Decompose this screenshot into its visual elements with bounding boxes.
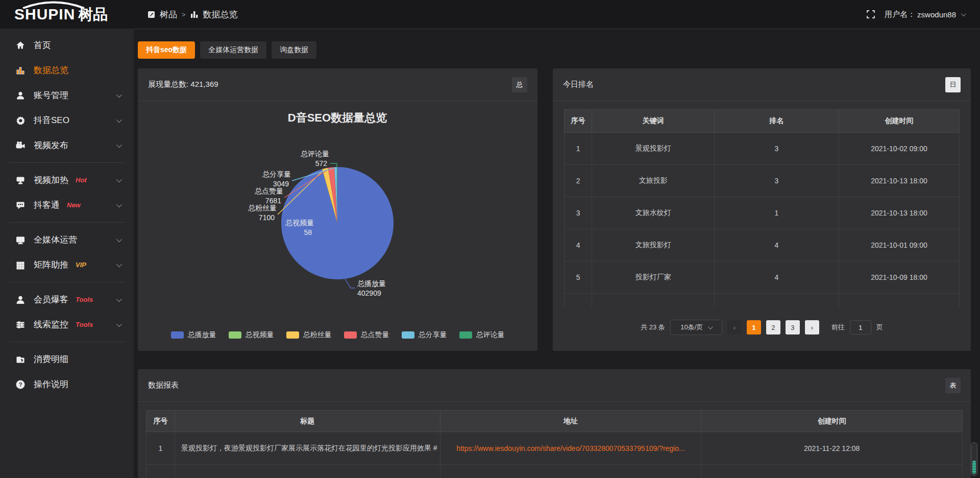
page-button-3[interactable]: 3 — [786, 320, 800, 334]
goto-suffix: 页 — [876, 323, 883, 332]
bar-chart-icon — [15, 65, 26, 76]
breadcrumb-root[interactable]: 树品 — [160, 9, 177, 20]
report-col-header: 序号 — [146, 411, 175, 432]
sidebar-item-sliders[interactable]: 线索监控 Tools — [0, 312, 134, 337]
chevron-down-icon — [116, 261, 122, 267]
chevron-down-icon — [116, 141, 122, 147]
tab-全媒体运营数据[interactable]: 全媒体运营数据 — [200, 41, 266, 59]
user-menu[interactable]: 用户名：zswodun88 — [885, 10, 965, 19]
ranking-col-header: 序号 — [565, 110, 592, 133]
pie-label-总点赞量: 总点赞量7681 — [255, 187, 283, 205]
bar-chart-icon — [190, 11, 199, 18]
tab-抖音seo数据[interactable]: 抖音seo数据 — [138, 41, 195, 59]
goto-page-input[interactable] — [850, 320, 871, 334]
next-page-button[interactable]: › — [805, 320, 819, 334]
impressions-total: 展现量总数: 421,369 — [148, 80, 218, 89]
edit-square-icon — [148, 11, 155, 18]
sidebar-divider — [9, 342, 125, 342]
fullscreen-icon[interactable] — [866, 10, 875, 19]
table-row-partial — [565, 294, 960, 308]
table-view-button[interactable]: 表 — [945, 378, 961, 393]
sidebar-item-home[interactable]: 首页 — [0, 33, 134, 58]
prev-page-button[interactable]: ‹ — [727, 320, 742, 334]
total-range-button[interactable]: 总 — [512, 77, 527, 92]
legend-item[interactable]: 总点赞量 — [344, 330, 389, 340]
gear-icon — [15, 115, 26, 126]
legend-swatch — [171, 331, 184, 339]
breadcrumb: 树品 > 数据总览 — [148, 9, 238, 20]
top-bar: SHUPIN 树品 树品 > 数据总览 用户名：zswodun88 — [0, 0, 980, 29]
sidebar-item-label: 抖音SEO — [34, 114, 69, 126]
table-row: 5投影灯厂家42021-10-09 18:00 — [565, 261, 960, 294]
tab-label: 抖音seo数据 — [146, 45, 187, 55]
chart-title: D音SEO数据量总览 — [288, 111, 387, 124]
sidebar-item-heat-screen[interactable]: 视频加热 Hot — [0, 168, 134, 193]
tab-询盘数据[interactable]: 询盘数据 — [272, 41, 316, 59]
sidebar: 首页 数据总览 账号管理 抖音SEO 视频发布 视频加热 Hot 抖客通 New… — [0, 29, 134, 478]
sidebar-item-user[interactable]: 账号管理 — [0, 83, 134, 108]
sidebar-item-badge: Tools — [76, 296, 93, 303]
sidebar-item-badge: VIP — [76, 261, 86, 269]
pie-chart[interactable]: 总播放量402909总视频量58总粉丝量7100总点赞量7681总分享量3049… — [138, 101, 537, 328]
report-table: 序号标题地址创建时间 1景观投影灯，夜游景观投影灯厂家展示展示落花灯在花园里的灯… — [146, 410, 963, 478]
pagination: 共 23 条 10条/页 ‹ 123 › 前往 页 — [564, 320, 960, 335]
sidebar-divider — [9, 222, 125, 223]
pie-label-总播放量: 总播放量402909 — [357, 279, 386, 297]
sidebar-item-grid[interactable]: 矩阵助推 VIP — [0, 252, 134, 277]
day-range-button[interactable]: 日 — [945, 77, 961, 92]
sidebar-item-member[interactable]: 会员爆客 Tools — [0, 287, 134, 312]
scrollbar-thumb[interactable] — [972, 461, 976, 474]
today-ranking-panel: 今日排名 日 序号关键词排名创建时间 1景观投影灯32021-10-02 09:… — [553, 68, 971, 351]
sidebar-item-label: 矩阵助推 — [34, 259, 68, 271]
grid-icon — [15, 260, 26, 270]
page-button-1[interactable]: 1 — [747, 320, 761, 334]
heat-screen-icon — [15, 175, 26, 185]
breadcrumb-separator: > — [182, 11, 186, 18]
legend-item[interactable]: 总播放量 — [171, 330, 216, 340]
app-logo: SHUPIN 树品 — [0, 7, 135, 22]
page-buttons: 123 — [747, 320, 800, 334]
sidebar-item-label: 首页 — [34, 39, 51, 51]
sidebar-item-label: 消费明细 — [34, 353, 68, 365]
sidebar-item-chat[interactable]: 抖客通 New — [0, 193, 134, 218]
sidebar-item-label: 全媒体运营 — [34, 234, 77, 246]
sidebar-item-bar-chart[interactable]: 数据总览 — [0, 58, 134, 83]
legend-label: 总播放量 — [188, 330, 216, 340]
legend-label: 总视频量 — [246, 330, 274, 340]
chevron-down-icon — [116, 236, 122, 242]
page-size-select[interactable]: 10条/页 — [670, 320, 722, 335]
sidebar-item-video-camera[interactable]: 视频发布 — [0, 133, 134, 158]
sidebar-divider — [9, 162, 125, 163]
sidebar-item-label: 线索监控 — [34, 319, 68, 330]
legend-swatch — [344, 331, 357, 339]
goto-label: 前往 — [831, 323, 845, 332]
video-link[interactable]: https://www.iesdouyin.com/share/video/70… — [456, 444, 685, 452]
home-icon — [15, 40, 26, 51]
main-content: 抖音seo数据全媒体运营数据询盘数据 展现量总数: 421,369 总 总播放量… — [134, 29, 980, 478]
sidebar-item-monitor[interactable]: 全媒体运营 — [0, 227, 134, 252]
data-report-panel: 数据报表 表 序号标题地址创建时间 1景观投影灯，夜游景观投影灯厂家展示展示落花… — [138, 369, 971, 478]
report-panel-title: 数据报表 — [148, 380, 179, 390]
chevron-down-icon — [116, 116, 122, 122]
help-icon: ? — [15, 379, 26, 390]
legend-swatch — [229, 331, 241, 339]
monitor-icon — [15, 235, 26, 245]
table-row-partial — [146, 465, 963, 478]
scrollbar-track — [971, 442, 977, 476]
legend-item[interactable]: 总视频量 — [229, 330, 274, 340]
legend-swatch — [459, 331, 472, 339]
legend-item[interactable]: 总评论量 — [459, 330, 505, 340]
page-button-2[interactable]: 2 — [766, 320, 780, 334]
sidebar-item-receipt[interactable]: 消费明细 — [0, 347, 134, 372]
sidebar-item-help[interactable]: ? 操作说明 — [0, 372, 134, 397]
chevron-down-icon — [116, 91, 122, 97]
table-row: 1景观投影灯32021-10-02 09:00 — [565, 133, 960, 165]
logo-arc — [20, 1, 87, 9]
report-col-header: 创建时间 — [701, 411, 963, 432]
sidebar-item-gear[interactable]: 抖音SEO — [0, 108, 134, 133]
legend-item[interactable]: 总分享量 — [402, 330, 447, 340]
legend-item[interactable]: 总粉丝量 — [286, 330, 332, 340]
sidebar-item-badge: New — [67, 201, 81, 209]
svg-text:?: ? — [19, 381, 22, 388]
table-row: 1景观投影灯，夜游景观投影灯厂家展示展示落花灯在花园里的灯光投影应用效果 #ht… — [146, 432, 963, 465]
